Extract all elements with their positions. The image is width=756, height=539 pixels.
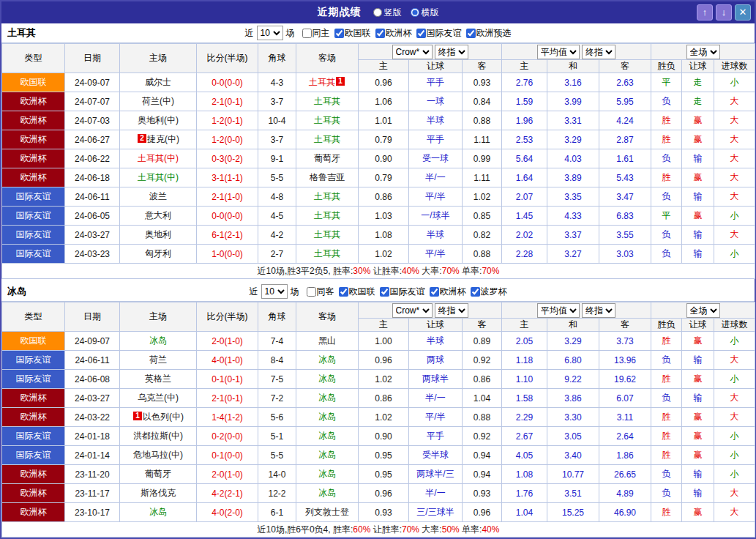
scope-select[interactable]: 全场 <box>686 303 720 318</box>
date-cell: 24-03-27 <box>65 226 120 245</box>
radio-horizontal-layout[interactable]: 横版 <box>411 7 439 19</box>
date-cell: 24-06-27 <box>65 130 120 149</box>
filter-checkbox[interactable] <box>307 287 316 297</box>
filter-checkbox[interactable] <box>430 287 439 297</box>
odds-away-cell: 0.88 <box>463 245 502 264</box>
corner-cell: 14-0 <box>258 465 296 484</box>
odds-home-cell: 1.02 <box>359 370 409 389</box>
odds-handicap-cell: 受半球 <box>409 446 463 465</box>
sub-header-wdl: 胜负 <box>651 319 682 332</box>
filter-option[interactable]: 国际友谊 <box>380 286 425 298</box>
filter-controls: 近 10 场 同主欧国联欧洲杯国际友谊欧洲预选 <box>245 26 512 40</box>
avg-draw-cell: 3.35 <box>547 187 599 207</box>
avg-home-cell: 1.04 <box>502 503 547 522</box>
scroll-down-button[interactable]: ↓ <box>716 4 732 21</box>
odds-handicap-cell: 半球 <box>409 226 463 245</box>
league-cell: 欧洲杯 <box>2 408 65 427</box>
filter-checkbox[interactable] <box>471 287 480 297</box>
avg-draw-cell: 4.33 <box>547 207 599 226</box>
horizontal-layout-radio[interactable] <box>411 8 419 17</box>
avg-draw-cell: 3.29 <box>547 332 599 351</box>
date-cell: 24-09-07 <box>65 332 120 351</box>
date-cell: 24-03-23 <box>65 245 120 264</box>
scope-select[interactable]: 全场 <box>686 45 720 59</box>
average-time-select[interactable]: 终指 <box>582 303 615 318</box>
result-goals-cell: 小 <box>714 73 755 92</box>
result-goals-cell: 大 <box>714 389 755 408</box>
result-goals-cell: 大 <box>714 484 755 503</box>
avg-home-cell: 1.08 <box>502 465 547 484</box>
filter-prefix-label: 近 <box>245 27 254 40</box>
corner-cell: 7-4 <box>258 332 296 351</box>
team-name-text: 冰岛 <box>318 412 336 422</box>
odds-handicap-cell: 平/半 <box>409 245 463 264</box>
filter-option[interactable]: 欧国联 <box>334 27 371 40</box>
league-cell: 国际友谊 <box>2 187 65 207</box>
average-source-select[interactable]: 平均值 <box>537 45 580 59</box>
home-team-cell: 威尔士 <box>120 73 197 92</box>
filter-option[interactable]: 欧洲杯 <box>430 286 466 298</box>
filter-checkbox[interactable] <box>302 29 312 38</box>
odds-away-cell: 0.94 <box>463 465 502 484</box>
filter-option-label: 欧国联 <box>345 27 371 40</box>
filter-checkbox[interactable] <box>334 29 344 38</box>
league-cell: 国际友谊 <box>2 370 65 389</box>
score-cell: 0-0(0-0) <box>197 207 258 226</box>
odds-time-select[interactable]: 终指 <box>435 45 468 59</box>
odds-source-select[interactable]: Crow* <box>392 303 433 318</box>
vertical-layout-radio[interactable] <box>373 8 382 17</box>
radio-vertical-layout[interactable]: 竖版 <box>373 7 402 19</box>
average-source-select[interactable]: 平均值 <box>537 303 580 318</box>
avg-draw-cell: 3.16 <box>547 73 599 92</box>
avg-draw-cell: 10.77 <box>547 465 599 484</box>
filter-option-label: 欧洲杯 <box>440 286 466 298</box>
close-button[interactable]: ✕ <box>735 4 751 21</box>
scroll-up-button[interactable]: ↑ <box>697 4 713 21</box>
filter-option[interactable]: 欧洲预选 <box>466 27 512 40</box>
filter-option[interactable]: 同主 <box>302 27 330 40</box>
corner-cell: 2-7 <box>258 245 296 264</box>
recent-count-select[interactable]: 10 <box>261 284 288 299</box>
team-name-text: 土耳其 <box>314 115 340 125</box>
filter-option[interactable]: 国际友谊 <box>416 27 462 40</box>
summary-segment: 近10场,胜6平0负4, 胜率: <box>258 524 353 535</box>
avg-home-cell: 5.64 <box>502 149 547 168</box>
result-wdl-cell: 负 <box>651 465 682 484</box>
avg-away-cell: 4.24 <box>599 111 651 130</box>
result-handicap-cell: 赢 <box>682 370 714 389</box>
sub-header-handicap-result: 让球 <box>682 319 714 332</box>
sub-header-goals: 进球数 <box>714 60 755 73</box>
filter-checkbox[interactable] <box>375 29 385 38</box>
odds-away-cell: 0.88 <box>463 111 502 130</box>
filter-option[interactable]: 欧国联 <box>339 286 375 298</box>
table-row: 国际友谊24-01-18洪都拉斯(中)0-2(0-0)5-1冰岛0.90平手0.… <box>2 427 755 446</box>
filter-league-options: 同客欧国联国际友谊欧洲杯波罗杯 <box>307 286 507 298</box>
result-handicap-cell: 赢 <box>682 332 714 351</box>
summary-segment: 40% <box>402 266 419 276</box>
filter-checkbox[interactable] <box>466 29 476 38</box>
average-time-select[interactable]: 终指 <box>582 45 615 59</box>
team-name-text: 格鲁吉亚 <box>310 172 345 182</box>
recent-count-select[interactable]: 10 <box>257 26 283 40</box>
odds-handicap-cell: 半球 <box>409 332 463 351</box>
avg-draw-cell: 3.51 <box>547 484 599 503</box>
corner-cell: 4-5 <box>258 207 296 226</box>
filter-checkbox[interactable] <box>416 29 426 38</box>
filter-checkbox[interactable] <box>380 287 389 297</box>
odds-time-select[interactable]: 终指 <box>435 303 468 318</box>
result-goals-cell: 小 <box>714 427 755 446</box>
team-name-text: 冰岛 <box>318 431 336 441</box>
avg-home-cell: 2.07 <box>502 187 547 207</box>
team-name-text: 土耳其(中) <box>138 172 179 182</box>
team-name-text: 威尔士 <box>145 77 171 87</box>
odds-source-select[interactable]: Crow* <box>392 45 433 59</box>
filter-option[interactable]: 波罗杯 <box>471 286 507 298</box>
filter-option[interactable]: 同客 <box>307 286 334 298</box>
filter-checkbox[interactable] <box>339 287 348 297</box>
away-team-cell: 土耳其 <box>296 207 359 226</box>
filter-option[interactable]: 欧洲杯 <box>375 27 412 40</box>
odds-handicap-cell: 两球半 <box>409 370 463 389</box>
team-name-text: 斯洛伐克 <box>141 488 176 498</box>
avg-draw-cell: 3.99 <box>547 92 599 111</box>
summary-segment: 50% <box>442 524 460 535</box>
